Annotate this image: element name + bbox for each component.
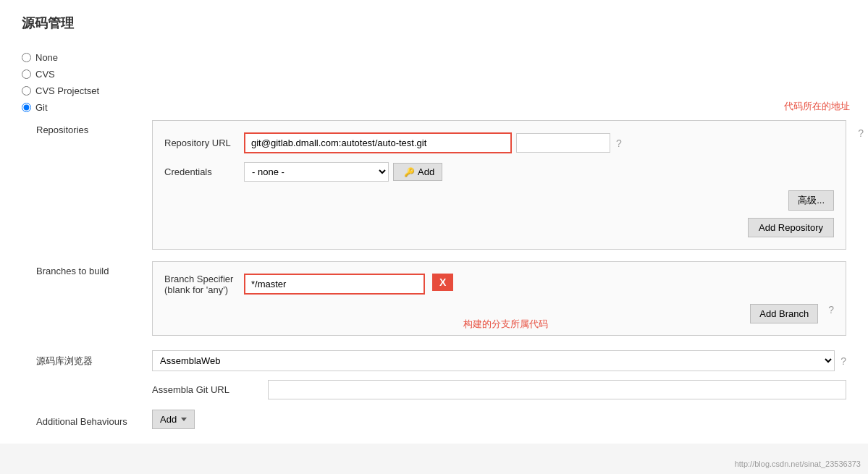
branch-specifier-input[interactable]	[244, 274, 425, 295]
source-browser-help-icon[interactable]: ?	[840, 355, 846, 367]
assembla-git-url-input[interactable]	[268, 380, 846, 399]
repositories-label: Repositories	[36, 120, 152, 135]
annotation-branch: 构建的分支所属代码	[463, 318, 548, 331]
radio-git: Git	[22, 102, 846, 113]
radio-none: None	[22, 52, 846, 63]
source-browser-label: 源码库浏览器	[36, 350, 152, 368]
add-dropdown-arrow-icon	[181, 418, 187, 421]
radio-cvs: CVS	[22, 69, 846, 80]
radio-cvs-projectset-label: CVS Projectset	[35, 85, 99, 96]
repository-url-help-icon[interactable]: ?	[616, 137, 622, 149]
repository-url-extra[interactable]	[516, 133, 610, 153]
radio-cvs-projectset: CVS Projectset	[22, 85, 846, 96]
radio-none-input[interactable]	[22, 53, 31, 62]
branches-label: Branches to build	[36, 261, 152, 276]
add-behaviour-button[interactable]: Add	[152, 410, 195, 429]
repository-url-label: Repository URL	[164, 137, 244, 148]
radio-git-label: Git	[35, 102, 48, 113]
annotation-url: 代码所在的地址	[784, 100, 850, 113]
section-title: 源码管理	[22, 14, 846, 38]
radio-cvs-label: CVS	[35, 69, 55, 80]
remove-branch-button[interactable]: X	[432, 274, 453, 291]
add-credentials-button[interactable]: 🔑 Add	[393, 163, 442, 181]
additional-behaviours-label: Additional Behaviours	[36, 412, 152, 427]
advanced-button[interactable]: 高级...	[788, 190, 834, 211]
add-branch-button[interactable]: Add Branch	[750, 304, 818, 323]
repositories-help-icon[interactable]: ?	[858, 127, 864, 139]
source-browser-select[interactable]: AssemblaWeb	[152, 350, 835, 371]
repository-url-input[interactable]	[244, 132, 512, 153]
credentials-label: Credentials	[164, 166, 244, 177]
add-repository-button[interactable]: Add Repository	[748, 218, 834, 237]
credentials-select[interactable]: - none -	[244, 162, 389, 182]
branch-specifier-label: Branch Specifier (blank for 'any')	[164, 274, 244, 295]
radio-cvs-projectset-input[interactable]	[22, 86, 31, 96]
radio-none-label: None	[35, 52, 58, 63]
assembla-git-url-label: Assembla Git URL	[152, 384, 268, 395]
radio-cvs-input[interactable]	[22, 69, 31, 79]
branch-help-icon[interactable]: ?	[828, 304, 834, 316]
radio-git-input[interactable]	[22, 103, 31, 112]
